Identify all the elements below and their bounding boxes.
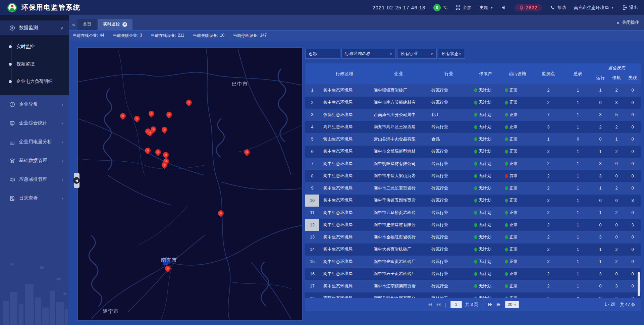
theme-label: 主题 <box>479 5 488 11</box>
cell-region: 阆中生态环境局 <box>319 219 370 231</box>
column-header-stopped: 停机 <box>608 71 625 84</box>
tab-close-icon[interactable]: ✕ <box>122 22 127 27</box>
status-dot-icon <box>474 88 477 92</box>
chevron-left-icon: ‹ <box>62 121 63 126</box>
page-size-select[interactable]: 20 ∨ <box>505 301 519 308</box>
app-title: 环保用电监管系统 <box>21 3 80 12</box>
tab-home[interactable]: 首页 <box>77 19 97 30</box>
fullscreen-button[interactable]: 全屏 <box>455 5 471 11</box>
chevron-down-icon: ∨ <box>60 25 63 31</box>
help-button[interactable]: 帮助 <box>550 5 566 11</box>
table-row[interactable]: 18 南部生态环境局 南部县瑞华水泥有限公 建材加工 无计划 正常 6 <box>305 292 641 299</box>
production-status-label: 无计划 <box>479 222 491 228</box>
notification-badge[interactable]: 2632 <box>515 4 542 11</box>
table-row[interactable]: 5 营山生态环境局 营山县润丰肉食品有限 食品 无计划 正常 1 <box>305 133 641 146</box>
next-page-icon[interactable] <box>488 302 493 307</box>
sidebar-item-power-analysis[interactable]: 企业用电量分析 ‹ <box>0 132 69 151</box>
table-row[interactable]: 15 阆中生态环境局 阆中市光富页岩机砖厂 砖瓦行业 无计划 正常 2 <box>305 256 641 268</box>
page-number-input[interactable] <box>450 301 462 308</box>
cell-facility-status: 正常 <box>501 256 533 268</box>
status-dot-icon <box>505 101 508 105</box>
table-row[interactable]: 17 阆中生态环境局 阆中市江南镇阆南页岩 砖瓦行业 无计划 正常 2 <box>305 280 641 292</box>
sidebar-item-video-monitoring[interactable]: 视频监控 <box>0 55 69 73</box>
stat-label: 当前失联企业: <box>113 33 138 39</box>
status-dot-icon <box>505 199 508 203</box>
sidebar-item-power-load-detail[interactable]: 企业电力负荷明细 <box>0 73 69 90</box>
tab-realtime-monitoring[interactable]: 实时监控 ✕ <box>98 19 132 30</box>
total-count-label: 共 47 条 <box>620 302 635 308</box>
logout-button[interactable]: 退出 <box>622 5 638 11</box>
table-row[interactable]: 1 阆中生态环境局 阆中强锐页岩砖厂 砖瓦行业 无计划 正常 2 <box>305 84 641 97</box>
prev-page-icon[interactable] <box>436 302 441 307</box>
cell-facility-status: 正常 <box>501 243 533 256</box>
sidebar-item-label: 企业用电量分析 <box>19 139 58 145</box>
cell-industry: 砖瓦行业 <box>427 280 470 292</box>
sidebar-item-realtime-monitoring[interactable]: 实时监控 <box>0 38 69 55</box>
cell-total-meters: 1 <box>564 195 592 207</box>
table-row[interactable]: 3 仪陇生态环境局 西南油气田分公司川中 化工 无计划 正常 7 <box>305 109 641 121</box>
cell-company: 阆中市南方节能建材有 <box>370 97 427 109</box>
table-row[interactable]: 8 阆中生态环境局 阆中市枣碧大梁山页岩 砖瓦行业 无计划 异常 2 <box>305 170 641 182</box>
sidebar-item-company-statistics[interactable]: 企业综合统计 ‹ <box>0 114 69 132</box>
cell-stopped: 2 <box>608 243 625 256</box>
region-select[interactable]: 行政区域名称 ∨ <box>341 49 396 59</box>
production-status-label: 无计划 <box>479 234 491 240</box>
stat-label: 当前停机设备: <box>233 33 258 39</box>
table-row[interactable]: 2 阆中生态环境局 阆中市南方节能建材有 砖瓦行业 无计划 正常 2 <box>305 97 641 109</box>
table-row[interactable]: 12 阆中生态环境局 阆中市忠信建材有限公 砖瓦行业 无计划 正常 2 <box>305 219 641 231</box>
stat-value: 211 <box>178 33 184 39</box>
facility-status-label: 正常 <box>509 161 518 167</box>
table-row[interactable]: 13 阆中生态环境局 阆中市金福旺页岩机砖 砖瓦行业 无计划 正常 2 <box>305 231 641 243</box>
org-dropdown[interactable]: 南充市生态环境局 ▼ <box>574 5 614 11</box>
status-dot-icon <box>505 186 508 190</box>
status-dot-icon <box>505 162 508 166</box>
table-row[interactable]: 11 阆中生态环境局 阆中市五马桥页岩机砖 砖瓦行业 无计划 正常 2 <box>305 207 641 219</box>
cell-facility-status: 正常 <box>501 133 533 146</box>
status-dot-icon <box>474 284 477 288</box>
cell-total-meters: 0 <box>564 292 592 299</box>
speaker-icon[interactable] <box>501 5 506 10</box>
cell-production-status: 无计划 <box>470 84 501 97</box>
sidebar-item-log-view[interactable]: 日志查看 ‹ <box>0 189 69 208</box>
map-collapse-handle[interactable]: ◀ <box>74 173 79 188</box>
close-operations-label: 关闭操作 <box>622 19 639 25</box>
row-index: 14 <box>305 243 319 256</box>
industry-select[interactable]: 所有行业 ∨ <box>397 49 437 59</box>
stat-label: 当前失联设备: <box>193 33 218 39</box>
cell-stopped: 0 <box>608 170 625 182</box>
table-row[interactable]: 4 高坪生态环境局 南充市高坪区王家店建 砖瓦行业 无计划 正常 3 <box>305 121 641 133</box>
sidebar-item-data-monitoring[interactable]: 数据监测 ∨ <box>0 20 69 35</box>
cell-monitor-points: 7 <box>533 109 564 121</box>
cell-running: 3 <box>592 109 608 121</box>
first-page-icon[interactable] <box>427 302 432 307</box>
status-select[interactable]: 所有状态 ∨ <box>438 49 465 59</box>
cell-region: 阆中生态环境局 <box>319 97 370 109</box>
sidebar-item-company-abnormal[interactable]: 企业异常 ‹ <box>0 95 69 114</box>
last-page-icon[interactable] <box>496 302 502 307</box>
column-header-industry: 行业 <box>427 63 470 84</box>
table-row[interactable]: 14 阆中生态环境局 阆中大兴页岩机砖厂 砖瓦行业 无计划 正常 2 <box>305 243 641 256</box>
sidebar-item-base-data[interactable]: 基础数据管理 ‹ <box>0 151 69 170</box>
cell-production-status: 无计划 <box>470 280 501 292</box>
cell-total-meters: 1 <box>564 109 592 121</box>
table-scrollbar-thumb[interactable] <box>638 272 640 296</box>
close-operations-button[interactable]: » 关闭操作 <box>617 15 639 30</box>
theme-dropdown[interactable]: 主题 ▼ <box>479 5 493 11</box>
cell-running: 0 <box>592 292 608 299</box>
name-search-input[interactable] <box>305 49 340 59</box>
table-row[interactable]: 6 阆中生态环境局 阆中市金博瑞新型墙材 砖瓦行业 无计划 正常 2 <box>305 146 641 158</box>
table-row[interactable]: 10 阆中生态环境局 阆中千佛镇五郎垭页岩 砖瓦行业 无计划 正常 2 <box>305 195 641 207</box>
cell-production-status: 无计划 <box>470 121 501 133</box>
tabs-scroll-left-icon[interactable]: « <box>71 21 77 30</box>
facility-status-label: 异常 <box>509 173 518 179</box>
table-row[interactable]: 16 阆中生态环境局 阆中市石子页岩机砖厂 砖瓦行业 无计划 正常 2 <box>305 268 641 280</box>
table-row[interactable]: 9 阆中生态环境局 阆中市二龙长宝页岩砖 砖瓦行业 无计划 正常 2 <box>305 182 641 195</box>
row-index: 3 <box>305 109 319 121</box>
map-panel[interactable]: 巴中市 南充市 遂宁市 <box>77 47 303 321</box>
table-row[interactable]: 7 阆中生态环境局 阆中明阳建材有限公司 砖瓦行业 无计划 正常 2 <box>305 158 641 170</box>
cell-running: 0 <box>592 280 608 292</box>
cell-facility-status: 正常 <box>501 292 533 299</box>
sidebar-item-emergency-reduction[interactable]: 应急减排管理 ‹ <box>0 170 69 189</box>
cell-stopped: 3 <box>608 280 625 292</box>
chevron-down-icon: ∨ <box>459 52 461 56</box>
